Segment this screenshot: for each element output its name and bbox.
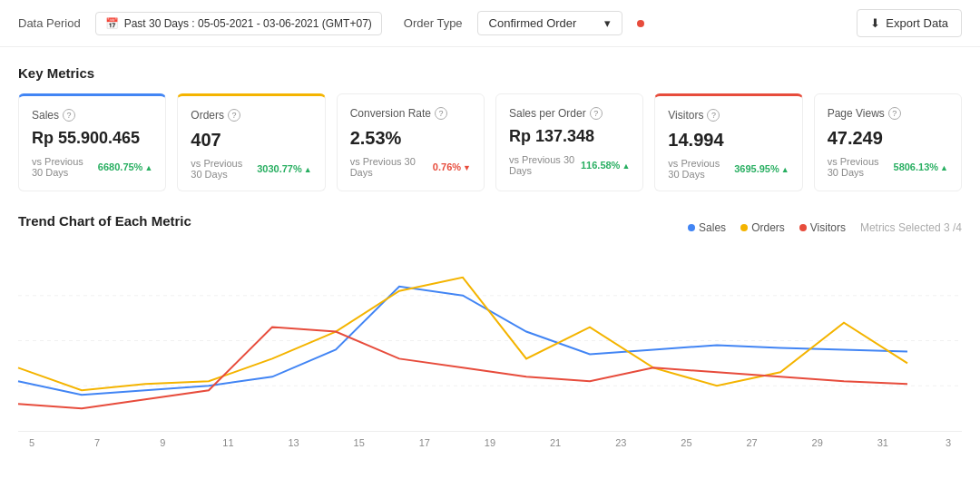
metric-label-pageviews: Page Views ? bbox=[828, 107, 948, 120]
metric-card-conversion: Conversion Rate ? 2.53% vs Previous 30 D… bbox=[337, 93, 485, 191]
pageviews-info-icon[interactable]: ? bbox=[888, 107, 901, 120]
spo-change: 116.58% bbox=[581, 160, 630, 171]
trend-chart-svg bbox=[18, 250, 962, 431]
calendar-icon: 📅 bbox=[105, 17, 119, 30]
metric-value-sales: Rp 55.900.465 bbox=[32, 129, 152, 149]
sales-change: 6680.75% bbox=[98, 161, 152, 172]
orders-info-icon[interactable]: ? bbox=[228, 109, 240, 122]
metric-card-sales: Sales ? Rp 55.900.465 vs Previous 30 Day… bbox=[18, 93, 166, 191]
data-period-label: Data Period bbox=[18, 16, 81, 30]
chart-legend: Sales Orders Visitors Metrics Selected 3… bbox=[688, 221, 962, 234]
visitors-info-icon[interactable]: ? bbox=[707, 109, 720, 122]
trend-section: Trend Chart of Each Metric Sales Orders … bbox=[18, 213, 962, 448]
trend-header: Trend Chart of Each Metric Sales Orders … bbox=[18, 213, 962, 241]
spo-info-icon[interactable]: ? bbox=[590, 107, 603, 120]
legend-dot-visitors bbox=[799, 224, 807, 231]
x-label-15: 15 bbox=[346, 437, 373, 448]
metric-comparison-spo: vs Previous 30 Days 116.58% bbox=[509, 154, 630, 176]
metric-label-sales: Sales ? bbox=[32, 109, 152, 122]
trend-chart-container bbox=[18, 250, 962, 432]
metric-label-orders: Orders ? bbox=[191, 109, 311, 122]
metrics-grid: Sales ? Rp 55.900.465 vs Previous 30 Day… bbox=[18, 93, 962, 191]
date-range-text: Past 30 Days : 05-05-2021 - 03-06-2021 (… bbox=[124, 17, 372, 30]
metric-comparison-conversion: vs Previous 30 Days 0.76% bbox=[350, 156, 471, 178]
metric-label-conversion: Conversion Rate ? bbox=[350, 107, 471, 120]
main-content: Key Metrics Sales ? Rp 55.900.465 vs Pre… bbox=[0, 47, 980, 466]
metric-card-pageviews: Page Views ? 47.249 vs Previous 30 Days … bbox=[814, 93, 962, 191]
key-metrics-title: Key Metrics bbox=[18, 65, 962, 81]
orders-line bbox=[18, 278, 907, 390]
order-type-label: Order Type bbox=[404, 16, 463, 30]
legend-orders: Orders bbox=[740, 221, 785, 234]
metric-comparison-pageviews: vs Previous 30 Days 5806.13% bbox=[828, 156, 948, 178]
order-type-value: Confirmed Order bbox=[489, 16, 577, 30]
orders-change: 3030.77% bbox=[257, 163, 311, 174]
metric-card-visitors: Visitors ? 14.994 vs Previous 30 Days 36… bbox=[654, 93, 802, 191]
metric-card-orders: Orders ? 407 vs Previous 30 Days 3030.77… bbox=[177, 93, 325, 191]
metric-value-pageviews: 47.249 bbox=[828, 127, 948, 149]
x-label-27: 27 bbox=[739, 437, 766, 448]
x-label-25: 25 bbox=[672, 437, 700, 448]
metrics-selected-label: Metrics Selected 3 /4 bbox=[860, 221, 962, 234]
x-label-13: 13 bbox=[280, 437, 308, 448]
metric-label-spo: Sales per Order ? bbox=[509, 107, 630, 120]
conversion-info-icon[interactable]: ? bbox=[435, 107, 447, 120]
x-axis: 5 7 9 11 13 15 17 19 21 23 25 27 29 31 3 bbox=[18, 432, 962, 448]
sales-info-icon[interactable]: ? bbox=[63, 109, 75, 122]
x-label-9: 9 bbox=[149, 437, 176, 448]
x-label-5: 5 bbox=[18, 437, 45, 448]
x-label-17: 17 bbox=[411, 437, 438, 448]
order-type-select[interactable]: Confirmed Order ▾ bbox=[477, 11, 622, 35]
download-icon: ⬇ bbox=[870, 16, 880, 30]
legend-visitors: Visitors bbox=[799, 221, 846, 234]
x-label-23: 23 bbox=[607, 437, 634, 448]
metric-comparison-orders: vs Previous 30 Days 3030.77% bbox=[191, 158, 311, 180]
metric-label-visitors: Visitors ? bbox=[668, 109, 789, 122]
metric-comparison-sales: vs Previous 30 Days 6680.75% bbox=[32, 156, 152, 178]
x-label-21: 21 bbox=[542, 437, 569, 448]
metric-comparison-visitors: vs Previous 30 Days 3695.95% bbox=[668, 158, 789, 180]
top-bar: Data Period 📅 Past 30 Days : 05-05-2021 … bbox=[0, 0, 980, 47]
legend-dot-orders bbox=[740, 224, 748, 231]
legend-label-orders: Orders bbox=[751, 221, 785, 234]
x-label-3: 3 bbox=[935, 437, 962, 448]
visitors-line bbox=[18, 327, 907, 409]
legend-label-visitors: Visitors bbox=[810, 221, 846, 234]
x-label-19: 19 bbox=[476, 437, 504, 448]
export-label: Export Data bbox=[886, 16, 948, 30]
metric-value-conversion: 2.53% bbox=[350, 127, 471, 149]
metric-value-spo: Rp 137.348 bbox=[509, 127, 630, 147]
x-label-29: 29 bbox=[804, 437, 831, 448]
metric-value-orders: 407 bbox=[191, 129, 311, 151]
conversion-change: 0.76% bbox=[433, 161, 471, 172]
legend-sales: Sales bbox=[688, 221, 726, 234]
x-label-31: 31 bbox=[869, 437, 897, 448]
date-range-button[interactable]: 📅 Past 30 Days : 05-05-2021 - 03-06-2021… bbox=[95, 12, 382, 35]
pageviews-change: 5806.13% bbox=[894, 161, 948, 172]
legend-dot-sales bbox=[688, 224, 695, 231]
trend-chart-title: Trend Chart of Each Metric bbox=[18, 213, 191, 229]
visitors-change: 3695.95% bbox=[734, 163, 789, 174]
legend-label-sales: Sales bbox=[699, 221, 726, 234]
x-label-7: 7 bbox=[83, 437, 111, 448]
chevron-down-icon: ▾ bbox=[604, 16, 611, 30]
metric-value-visitors: 14.994 bbox=[668, 129, 789, 151]
export-button[interactable]: ⬇ Export Data bbox=[857, 9, 962, 37]
status-dot bbox=[637, 20, 644, 27]
metric-card-spo: Sales per Order ? Rp 137.348 vs Previous… bbox=[495, 93, 643, 191]
x-label-11: 11 bbox=[214, 437, 241, 448]
